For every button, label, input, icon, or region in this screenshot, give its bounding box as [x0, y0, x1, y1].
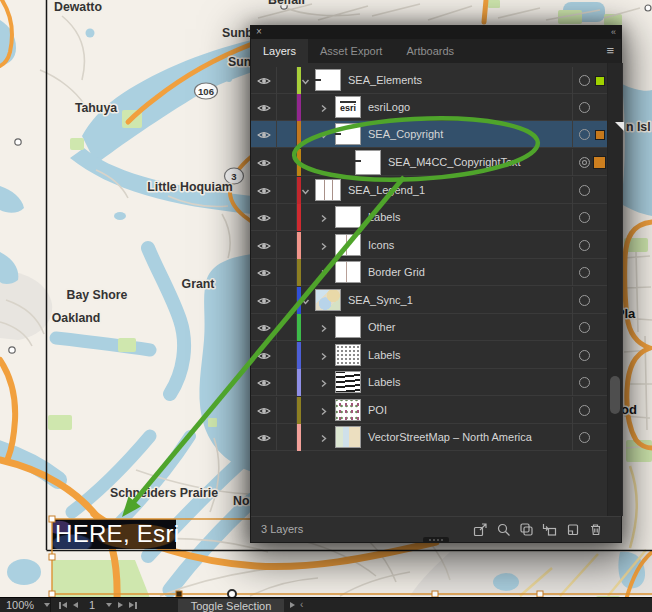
panel-menu-icon[interactable]: ≡: [606, 43, 614, 59]
target-circle[interactable]: [579, 75, 590, 86]
collapse-panel-icon[interactable]: «: [611, 26, 615, 38]
chevron-collapsed-icon[interactable]: [319, 242, 328, 251]
chevron-expanded-icon[interactable]: [301, 297, 310, 306]
previous-artboard-button[interactable]: [73, 602, 78, 608]
layer-name[interactable]: Other: [368, 321, 396, 333]
chevron-collapsed-icon[interactable]: [319, 379, 328, 388]
chevron-collapsed-icon[interactable]: [319, 324, 328, 333]
layer-row[interactable]: Labels: [251, 342, 607, 369]
status-message[interactable]: Toggle Selection: [178, 599, 284, 612]
visibility-toggle[interactable]: [251, 232, 277, 259]
chevron-collapsed-icon[interactable]: [319, 434, 328, 443]
locate-object-icon[interactable]: [496, 522, 511, 537]
lock-cell[interactable]: [277, 259, 297, 286]
lock-cell[interactable]: [277, 94, 297, 121]
tab-layers[interactable]: Layers: [251, 39, 308, 63]
new-layer-icon[interactable]: [565, 522, 580, 537]
target-circle[interactable]: [579, 185, 590, 196]
layer-row[interactable]: VectorStreetMap – North America: [251, 424, 607, 451]
target-circle-active[interactable]: [579, 157, 590, 168]
layer-thumbnail[interactable]: [315, 179, 341, 201]
status-expand-icon[interactable]: [290, 602, 295, 608]
target-circle[interactable]: [579, 432, 590, 443]
new-sublayer-icon[interactable]: [542, 522, 557, 537]
target-circle[interactable]: [579, 212, 590, 223]
layer-row[interactable]: Other: [251, 314, 607, 341]
target-circle[interactable]: [579, 322, 590, 333]
layer-thumbnail[interactable]: [335, 123, 361, 145]
chevron-expanded-icon[interactable]: [301, 187, 310, 196]
layer-row[interactable]: SEA_Legend_1: [251, 177, 607, 204]
visibility-toggle[interactable]: [251, 369, 277, 396]
visibility-toggle[interactable]: [251, 287, 277, 314]
delete-layer-icon[interactable]: [588, 522, 603, 537]
layer-name[interactable]: Labels: [368, 349, 400, 361]
chevron-collapsed-icon[interactable]: [319, 352, 328, 361]
layer-thumbnail[interactable]: [315, 69, 341, 91]
tab-artboards[interactable]: Artboards: [394, 39, 466, 63]
layer-row[interactable]: POI: [251, 397, 607, 424]
layer-thumbnail[interactable]: [335, 371, 361, 393]
panel-title-bar[interactable]: × «: [251, 26, 621, 39]
target-circle[interactable]: [579, 350, 590, 361]
back-chevron-icon[interactable]: ‹: [300, 599, 303, 610]
layer-thumbnail[interactable]: [315, 289, 341, 311]
visibility-toggle[interactable]: [251, 259, 277, 286]
layer-row[interactable]: SEA_M4CC_CopyrightText: [251, 149, 607, 176]
layer-thumbnail[interactable]: [335, 316, 361, 338]
last-artboard-button[interactable]: [129, 602, 137, 609]
layer-name[interactable]: POI: [368, 404, 387, 416]
layer-name[interactable]: SEA_Elements: [348, 74, 422, 86]
layer-name[interactable]: Border Grid: [368, 266, 425, 278]
panel-resize-gripper[interactable]: [423, 537, 449, 543]
visibility-toggle[interactable]: [251, 177, 277, 204]
first-artboard-button[interactable]: [59, 602, 67, 609]
target-circle[interactable]: [579, 267, 590, 278]
layer-row-selected[interactable]: SEA_Copyright: [251, 121, 607, 148]
target-circle[interactable]: [579, 405, 590, 416]
target-circle[interactable]: [579, 102, 590, 113]
target-circle[interactable]: [579, 377, 590, 388]
chevron-expanded-icon[interactable]: [301, 77, 310, 86]
lock-cell[interactable]: [277, 177, 297, 204]
layer-thumbnail[interactable]: [335, 234, 361, 256]
chevron-expanded-icon[interactable]: [319, 131, 328, 140]
visibility-toggle[interactable]: [251, 67, 277, 94]
layer-thumbnail[interactable]: [335, 344, 361, 366]
lock-cell[interactable]: [277, 121, 297, 148]
make-clipping-mask-icon[interactable]: [519, 522, 534, 537]
layer-name[interactable]: Labels: [368, 376, 400, 388]
lock-cell[interactable]: [277, 67, 297, 94]
lock-cell[interactable]: [277, 287, 297, 314]
layer-row[interactable]: Labels: [251, 369, 607, 396]
target-circle[interactable]: [579, 295, 590, 306]
lock-cell[interactable]: [277, 369, 297, 396]
layer-row[interactable]: Border Grid: [251, 259, 607, 286]
zoom-level[interactable]: 100%: [0, 599, 44, 611]
visibility-toggle[interactable]: [251, 342, 277, 369]
layer-row[interactable]: Icons: [251, 232, 607, 259]
layer-name[interactable]: SEA_Copyright: [368, 128, 443, 140]
lock-cell[interactable]: [277, 397, 297, 424]
chevron-collapsed-icon[interactable]: [319, 407, 328, 416]
layer-row[interactable]: Labels: [251, 204, 607, 231]
layer-name[interactable]: Labels: [368, 211, 400, 223]
chevron-collapsed-icon[interactable]: [319, 214, 328, 223]
tab-asset-export[interactable]: Asset Export: [308, 39, 394, 63]
close-icon[interactable]: ×: [256, 26, 262, 38]
layer-name[interactable]: SEA_Sync_1: [348, 294, 413, 306]
lock-cell[interactable]: [277, 149, 297, 176]
layer-name[interactable]: SEA_Legend_1: [348, 184, 425, 196]
layer-name[interactable]: Icons: [368, 239, 394, 251]
artboard-number-field[interactable]: 1: [84, 599, 100, 611]
collect-for-export-icon[interactable]: [473, 522, 488, 537]
layer-name[interactable]: VectorStreetMap – North America: [368, 431, 532, 443]
layer-thumbnail[interactable]: [335, 399, 361, 421]
layer-thumbnail[interactable]: [355, 150, 381, 175]
scrollbar-thumb[interactable]: [610, 376, 620, 414]
visibility-toggle[interactable]: [251, 314, 277, 341]
layer-thumbnail[interactable]: [335, 261, 361, 283]
chevron-collapsed-icon[interactable]: [319, 104, 328, 113]
layer-row[interactable]: SEA_Elements: [251, 67, 607, 94]
layer-name[interactable]: esriLogo: [368, 101, 410, 113]
